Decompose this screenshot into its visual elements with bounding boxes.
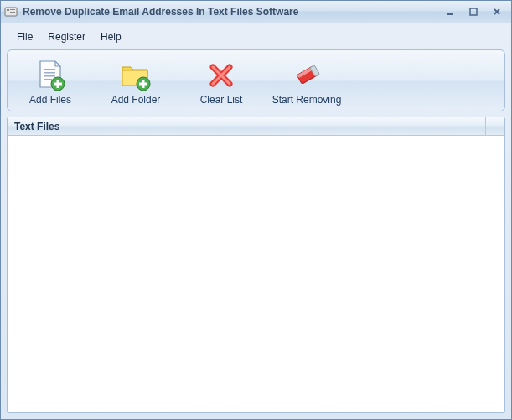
svg-rect-5 bbox=[470, 8, 477, 15]
minimize-button[interactable] bbox=[439, 5, 461, 18]
folder-add-icon bbox=[116, 59, 156, 92]
client-area: File Register Help Add Files bbox=[1, 23, 511, 419]
list-body[interactable] bbox=[8, 136, 504, 412]
list-header: Text Files bbox=[8, 117, 504, 136]
app-icon bbox=[4, 5, 18, 18]
svg-rect-9 bbox=[44, 79, 52, 80]
menu-bar: File Register Help bbox=[5, 26, 507, 49]
eraser-icon bbox=[287, 59, 327, 92]
window-title: Remove Duplicate Email Addresses In Text… bbox=[23, 6, 439, 18]
svg-rect-12 bbox=[54, 83, 62, 86]
svg-rect-8 bbox=[44, 75, 55, 77]
toolbar: Add Files Add Folder bbox=[7, 49, 505, 111]
clear-list-button[interactable]: Clear List bbox=[178, 55, 264, 107]
file-add-icon bbox=[30, 59, 70, 92]
add-files-button[interactable]: Add Files bbox=[8, 55, 93, 107]
window-controls bbox=[439, 5, 508, 18]
svg-rect-4 bbox=[447, 13, 453, 15]
svg-rect-1 bbox=[7, 9, 9, 11]
clear-list-label: Clear List bbox=[200, 95, 243, 106]
menu-help[interactable]: Help bbox=[94, 29, 128, 44]
column-header-text-files[interactable]: Text Files bbox=[8, 117, 486, 135]
file-list-panel: Text Files bbox=[7, 117, 505, 413]
svg-rect-7 bbox=[44, 72, 55, 74]
add-files-label: Add Files bbox=[29, 95, 71, 106]
menu-register[interactable]: Register bbox=[41, 29, 92, 44]
start-removing-label: Start Removing bbox=[272, 95, 342, 106]
title-bar: Remove Duplicate Email Addresses In Text… bbox=[1, 1, 511, 23]
svg-rect-6 bbox=[44, 69, 55, 70]
add-folder-button[interactable]: Add Folder bbox=[93, 55, 178, 107]
column-header-spacer bbox=[486, 117, 504, 135]
add-folder-label: Add Folder bbox=[111, 95, 161, 106]
svg-rect-3 bbox=[10, 12, 15, 13]
svg-rect-2 bbox=[10, 9, 15, 10]
delete-x-icon bbox=[201, 59, 241, 92]
close-button[interactable] bbox=[486, 5, 508, 18]
svg-rect-15 bbox=[139, 83, 147, 86]
start-removing-button[interactable]: Start Removing bbox=[264, 55, 349, 107]
maximize-button[interactable] bbox=[463, 5, 484, 18]
menu-file[interactable]: File bbox=[10, 29, 39, 44]
